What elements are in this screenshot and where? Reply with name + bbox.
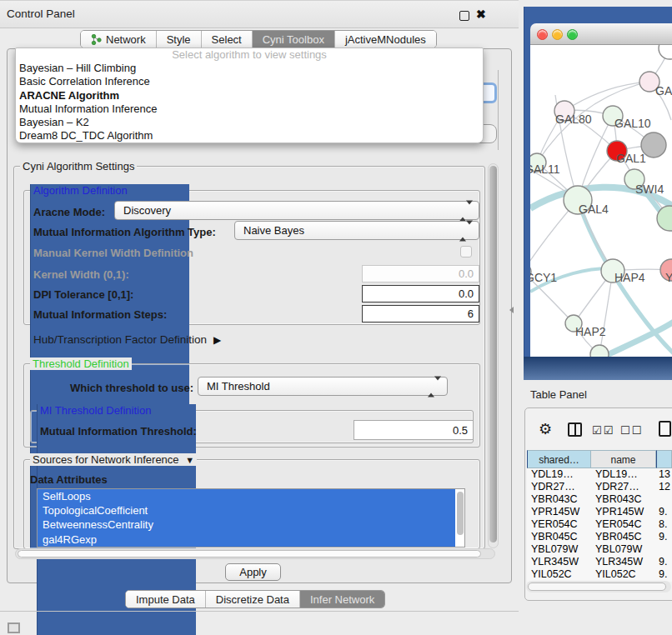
cell-value: 9.: [656, 531, 672, 543]
table-row[interactable]: YDR27…YDR27…12: [527, 481, 672, 493]
attribute-item-selfloops[interactable]: SelfLoops: [38, 489, 455, 503]
mi-type-combo[interactable]: Naive Bayes: [234, 221, 479, 240]
settings-scrollbar-thumb[interactable]: [489, 166, 497, 542]
cell-shared-name: YIL052C: [527, 568, 591, 581]
table-header-row: shared… name: [527, 450, 672, 468]
aracne-mode-combo[interactable]: Discovery: [114, 201, 479, 220]
manual-kernel-checkbox[interactable]: [460, 246, 472, 258]
cell-name: YLR345W: [591, 556, 656, 568]
cell-name: YBR043C: [591, 493, 656, 506]
cell-name: YDR27…: [591, 481, 656, 493]
tab-network-label: Network: [106, 33, 146, 46]
which-threshold-value: MI Threshold: [207, 380, 270, 392]
tab-select[interactable]: Select: [202, 31, 253, 48]
apply-button[interactable]: Apply: [225, 563, 281, 581]
dropdown-item-bayesian-hill-climbing[interactable]: Bayesian – Hill Climbing: [16, 62, 483, 75]
table-body[interactable]: YDL19…YDL19…13 YDR27…YDR27…12 YBR043CYBR…: [527, 468, 672, 582]
mi-type-label: Mutual Information Algorithm Type:: [33, 226, 216, 238]
dropdown-item-aracne[interactable]: ARACNE Algorithm: [16, 89, 483, 102]
kernel-width-label: Kernel Width (0,1):: [33, 268, 129, 281]
cell-value: 9.: [656, 506, 672, 518]
tab-cyni-toolbox[interactable]: Cyni Toolbox: [253, 31, 335, 48]
network-canvas[interactable]: GAL GAL80 GAL10 GAL1 GAL11 SWI4 GAL4 GCY…: [530, 45, 672, 357]
aracne-mode-label: Aracne Mode:: [33, 206, 105, 218]
cell-name: YBL079W: [591, 543, 656, 556]
column-header-shared-name[interactable]: shared…: [527, 450, 591, 468]
select-all-checkboxes-icon[interactable]: ☑☑: [592, 424, 614, 437]
node-label-swi4: SWI4: [635, 182, 664, 196]
cell-shared-name: YBR043C: [527, 493, 591, 506]
dropdown-item-mutual-information[interactable]: Mutual Information Inference: [16, 102, 483, 116]
table-panel-title: Table Panel: [530, 388, 587, 401]
which-threshold-combo[interactable]: MI Threshold: [198, 377, 448, 396]
cell-name: YIL052C: [591, 568, 656, 581]
tab-style-label: Style: [167, 33, 191, 46]
table-row[interactable]: YLR345WYLR345W9.: [527, 556, 672, 568]
tab-infer-network-label: Infer Network: [310, 593, 374, 606]
deselect-all-checkboxes-icon[interactable]: ☐☐: [620, 424, 643, 437]
manual-kernel-label: Manual Kernel Width Definition: [33, 247, 193, 259]
attribute-item-betweennesscentrality[interactable]: BetweennessCentrality: [38, 518, 455, 532]
tab-discretize-data[interactable]: Discretize Data: [206, 591, 300, 608]
attribute-list-scrollbar[interactable]: [457, 492, 464, 535]
node-bottom[interactable]: [590, 345, 609, 357]
table-row[interactable]: YPR145WYPR145W9.: [527, 506, 672, 518]
table-row[interactable]: YIL052CYIL052C9.: [527, 568, 672, 581]
combo-spinner-icon: [459, 224, 473, 237]
dropdown-item-basic-correlation[interactable]: Basic Correlation Inference: [16, 75, 483, 88]
tab-network[interactable]: Network: [81, 31, 157, 48]
node-top-right[interactable]: [659, 45, 672, 59]
dropdown-item-dream8[interactable]: Dream8 DC_TDC Algorithm: [16, 129, 483, 142]
tab-jactivemnodules[interactable]: jActiveMNodules: [335, 31, 436, 48]
cell-shared-name: YDR27…: [527, 481, 591, 493]
tab-impute-data[interactable]: Impute Data: [126, 591, 206, 608]
table-row[interactable]: YBL079WYBL079W: [527, 543, 672, 556]
mi-steps-field[interactable]: 6: [362, 305, 479, 322]
collapse-arrow-icon: ▼: [185, 455, 194, 465]
cyni-algorithm-settings-title: Cyni Algorithm Settings: [20, 160, 137, 172]
node-label-gal11: GAL11: [530, 162, 560, 176]
cell-value: 9.: [656, 568, 672, 581]
algorithm-dropdown-placeholder: Select algorithm to view settings: [16, 48, 483, 62]
panel-collapse-arrow-icon[interactable]: [509, 307, 514, 313]
tab-infer-network[interactable]: Infer Network: [300, 591, 384, 608]
cell-value: 8.: [656, 518, 672, 531]
close-panel-icon[interactable]: ✖: [476, 8, 486, 21]
tab-discretize-data-label: Discretize Data: [216, 593, 289, 606]
window-close-button[interactable]: [537, 29, 548, 40]
kernel-width-field[interactable]: 0.0: [362, 265, 479, 282]
dropdown-item-bayesian-k2[interactable]: Bayesian – K2: [16, 116, 483, 129]
column-header-name[interactable]: name: [591, 450, 656, 468]
dpi-tolerance-field[interactable]: 0.0: [362, 285, 479, 302]
tab-impute-data-label: Impute Data: [136, 593, 195, 606]
new-table-icon[interactable]: [659, 421, 671, 437]
table-hscrollbar-thumb[interactable]: [528, 582, 666, 591]
cell-shared-name: YBL079W: [527, 543, 591, 556]
columns-icon[interactable]: [568, 422, 582, 437]
dpi-tolerance-label: DPI Tolerance [0,1]:: [33, 288, 133, 301]
tab-style[interactable]: Style: [157, 31, 202, 48]
cell-value: 13: [656, 468, 672, 481]
float-panel-icon[interactable]: [459, 11, 469, 21]
attribute-item-topologicalcoefficient[interactable]: TopologicalCoefficient: [38, 503, 455, 518]
column-header-partial[interactable]: [656, 450, 672, 468]
combo-spinner-icon: [459, 204, 473, 217]
window-zoom-button[interactable]: [567, 29, 578, 40]
table-row[interactable]: YER054CYER054C8.: [527, 518, 672, 531]
table-row[interactable]: YBR045CYBR045C9.: [527, 531, 672, 543]
window-minimize-button[interactable]: [552, 29, 563, 40]
mi-threshold-field[interactable]: 0.5: [354, 420, 474, 440]
table-row[interactable]: YBR043CYBR043C: [527, 493, 672, 506]
gear-icon[interactable]: ⚙: [539, 420, 552, 438]
cell-shared-name: YDL19…: [527, 468, 591, 481]
minimized-panel-icon[interactable]: [8, 622, 20, 633]
control-panel-bottom-edge: [0, 611, 519, 612]
threshold-definition-title: Threshold Definition: [30, 358, 132, 370]
cell-name: YDL19…: [591, 468, 656, 481]
mi-steps-label: Mutual Information Steps:: [33, 308, 167, 321]
settings-hscrollbar-thumb[interactable]: [18, 550, 481, 558]
hub-definition-toggle[interactable]: Hub/Transcription Factor Definition ▶: [33, 333, 221, 346]
sources-group-header[interactable]: Sources for Network Inference ▼: [30, 453, 197, 466]
attribute-item-gal4rgexp[interactable]: gal4RGexp: [38, 532, 455, 547]
table-row[interactable]: YDL19…YDL19…13: [527, 468, 672, 481]
